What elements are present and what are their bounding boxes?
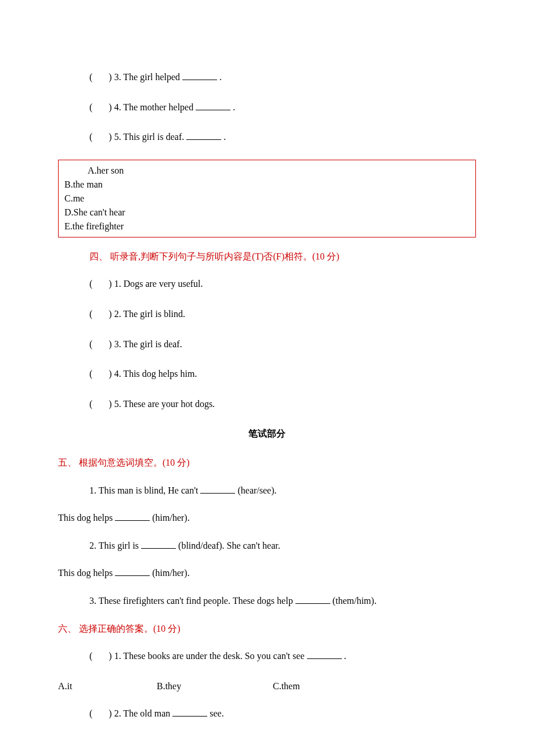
section4-q5: ( ) 5. These are your hot dogs. <box>89 397 476 412</box>
s6-q1-a: 1. These books are under the desk. So yo… <box>114 651 307 661</box>
s5-q3-blank[interactable] <box>295 595 330 604</box>
s4-q2-text: 2. The girl is blind. <box>114 309 185 319</box>
ans-paren-open[interactable]: ( <box>89 102 92 112</box>
ans-space[interactable] <box>95 72 106 82</box>
ans-paren-close[interactable]: ) <box>109 72 111 82</box>
ans-paren-close[interactable]: ) <box>109 651 111 661</box>
q4-text: 4. The mother helped <box>114 102 194 112</box>
ans-space[interactable] <box>95 369 106 379</box>
s6-q1-choice-b: B.they <box>157 679 273 694</box>
s4-q5-text: 5. These are your hot dogs. <box>114 399 215 409</box>
s6-q2-blank[interactable] <box>172 707 207 717</box>
section5-q1-line2: This dog helps (him/her). <box>58 510 476 525</box>
section4-q4: ( ) 4. This dog helps him. <box>89 366 476 381</box>
ans-space[interactable] <box>95 279 106 289</box>
q5-blank[interactable] <box>186 131 221 140</box>
s5-q1-l2-a: This dog helps <box>58 513 113 523</box>
section6-q2: ( ) 2. The old man see. <box>89 706 476 721</box>
option-d: D.She can't hear <box>64 206 470 219</box>
option-e: E.the firefighter <box>64 219 470 233</box>
section4-q1: ( ) 1. Dogs are very useful. <box>89 276 476 291</box>
section6-header: 六、 选择正确的答案。(10 分) <box>58 621 476 636</box>
s6-q1-blank[interactable] <box>307 650 342 659</box>
ans-paren-open[interactable]: ( <box>89 72 92 82</box>
section4-header: 四、 听录音,判断下列句子与所听内容是(T)否(F)相符。(10 分) <box>89 249 476 264</box>
q4-end: . <box>233 102 235 112</box>
s5-q1-a: 1. This man is blind, He can't <box>89 485 200 495</box>
section5-q2-line2: This dog helps (him/her). <box>58 566 476 581</box>
ans-paren-open[interactable]: ( <box>89 132 92 142</box>
section3-q3: ( ) 3. The girl helped . <box>89 70 476 85</box>
s5-q1-b: (hear/see). <box>237 485 276 495</box>
ans-space[interactable] <box>95 132 106 142</box>
section5-q2: 2. This girl is (blind/deaf). She can't … <box>89 538 476 553</box>
section5-q3: 3. These firefighters can't find people.… <box>89 593 476 609</box>
s5-q1-blank[interactable] <box>200 484 235 494</box>
ans-paren-open[interactable]: ( <box>89 369 92 379</box>
s5-q2-a: 2. This girl is <box>89 541 141 550</box>
ans-paren-close[interactable]: ) <box>109 309 111 319</box>
q3-end: . <box>219 72 222 82</box>
written-section-title: 笔试部分 <box>58 426 476 441</box>
section3-q4: ( ) 4. The mother helped . <box>89 100 476 115</box>
options-box: A.her son B.the man C.me D.She can't hea… <box>58 160 476 237</box>
ans-paren-close[interactable]: ) <box>109 132 111 142</box>
ans-space[interactable] <box>95 651 106 661</box>
ans-paren-close[interactable]: ) <box>109 708 111 718</box>
s4-q1-text: 1. Dogs are very useful. <box>114 279 203 289</box>
s5-q2-l2-b: (him/her). <box>152 568 189 578</box>
s6-q1-choice-c: C.them <box>273 679 476 694</box>
section5-header: 五、 根据句意选词填空。(10 分) <box>58 455 476 470</box>
ans-paren-open[interactable]: ( <box>89 309 92 319</box>
section3-q5: ( ) 5. This girl is deaf. . <box>89 129 476 145</box>
ans-space[interactable] <box>95 309 106 319</box>
s6-q1-b: . <box>344 651 347 661</box>
section5-q1: 1. This man is blind, He can't (hear/see… <box>89 483 476 498</box>
section6-q1-choices: A.it B.they C.them <box>58 679 476 694</box>
s6-q2-b: see. <box>210 708 223 718</box>
ans-paren-open[interactable]: ( <box>89 339 92 349</box>
ans-paren-close[interactable]: ) <box>109 279 111 289</box>
ans-space[interactable] <box>95 339 106 349</box>
option-a: A.her son <box>88 164 470 178</box>
q3-text: 3. The girl helped <box>114 72 180 82</box>
s5-q2-blank[interactable] <box>141 539 176 549</box>
q5-end: . <box>223 132 226 142</box>
s5-q1-l2-blank[interactable] <box>115 512 150 521</box>
s6-q1-choice-a: A.it <box>58 679 157 694</box>
ans-paren-open[interactable]: ( <box>89 708 92 718</box>
q4-blank[interactable] <box>196 101 230 110</box>
section6-q1: ( ) 1. These books are under the desk. S… <box>89 649 476 664</box>
ans-space[interactable] <box>95 399 106 409</box>
s4-q4-text: 4. This dog helps him. <box>114 369 197 379</box>
q3-blank[interactable] <box>182 71 217 80</box>
s5-q2-l2-a: This dog helps <box>58 568 113 578</box>
s5-q2-l2-blank[interactable] <box>115 567 150 576</box>
ans-paren-close[interactable]: ) <box>109 102 111 112</box>
option-c: C.me <box>64 192 470 206</box>
s5-q3-a: 3. These firefighters can't find people.… <box>89 596 295 606</box>
s4-q3-text: 3. The girl is deaf. <box>114 339 182 349</box>
ans-paren-close[interactable]: ) <box>109 339 111 349</box>
ans-paren-open[interactable]: ( <box>89 651 92 661</box>
ans-paren-open[interactable]: ( <box>89 279 92 289</box>
s6-q2-a: 2. The old man <box>114 708 173 718</box>
section4-q3: ( ) 3. The girl is deaf. <box>89 337 476 352</box>
s5-q2-b: (blind/deaf). She can't hear. <box>178 541 280 550</box>
ans-paren-close[interactable]: ) <box>109 399 111 409</box>
s5-q1-l2-b: (him/her). <box>152 513 189 523</box>
q5-text: 5. This girl is deaf. <box>114 132 187 142</box>
ans-paren-close[interactable]: ) <box>109 369 111 379</box>
ans-space[interactable] <box>95 708 106 718</box>
option-b: B.the man <box>64 178 470 192</box>
ans-space[interactable] <box>95 102 106 112</box>
s5-q3-b: (them/him). <box>333 596 377 606</box>
section4-q2: ( ) 2. The girl is blind. <box>89 307 476 322</box>
ans-paren-open[interactable]: ( <box>89 399 92 409</box>
